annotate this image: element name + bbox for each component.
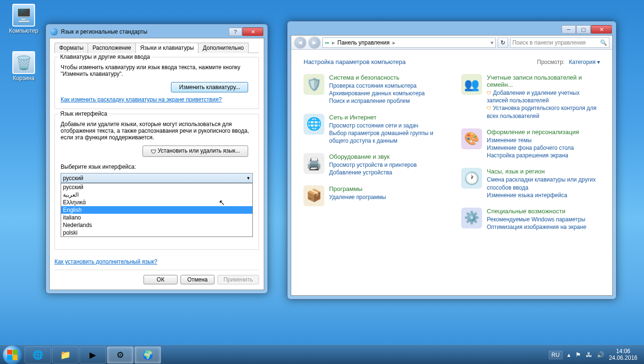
search-input[interactable]: Поиск в панели управления 🔍 xyxy=(510,37,609,48)
breadcrumb[interactable]: Панель управления xyxy=(338,39,390,46)
category-title[interactable]: Оборудование и звук xyxy=(329,153,417,160)
start-button[interactable] xyxy=(3,346,22,364)
shield-icon: 🛡 xyxy=(151,148,156,155)
tab-keyboards[interactable]: Языки и клавиатуры xyxy=(135,43,198,53)
language-option[interactable]: italiano xyxy=(61,214,252,221)
chevron-right-icon: ▸ xyxy=(332,39,335,46)
category-link[interactable]: Установка родительского контроля для все… xyxy=(487,104,600,119)
dialog-body: Форматы Расположение Языки и клавиатуры … xyxy=(49,38,264,290)
tray-network-icon[interactable]: 🖧 xyxy=(586,351,592,358)
category-link[interactable]: Удаление программы xyxy=(329,193,386,201)
taskbar-ie[interactable]: 🌐 xyxy=(25,346,51,364)
category-link[interactable]: Оптимизация изображения на экране xyxy=(487,223,586,231)
clock[interactable]: 14:06 24.06.2016 xyxy=(609,348,637,362)
taskbar-explorer[interactable]: 📁 xyxy=(52,346,79,364)
page-title: Настройка параметров компьютера xyxy=(304,58,406,65)
ok-button[interactable]: ОК xyxy=(143,275,178,284)
taskbar-media[interactable]: ▶ xyxy=(80,346,106,364)
category-link[interactable]: Настройка разрешения экрана xyxy=(487,152,579,159)
category-title[interactable]: Программы xyxy=(329,185,386,192)
titlebar[interactable]: Язык и региональные стандарты ? ✕ xyxy=(49,27,264,38)
group-keyboards: Клавиатуры и другие языки ввода Чтобы из… xyxy=(54,57,259,109)
help-button[interactable]: ? xyxy=(229,27,242,36)
category-icon: 🌐 xyxy=(304,114,324,135)
category: 🖨️Оборудование и звукПросмотр устройств … xyxy=(304,153,442,176)
address-bar[interactable]: ▪▪ ▸ Панель управления ▸ ▾ xyxy=(322,37,496,48)
category-title[interactable]: Учетные записи пользователей и семейн... xyxy=(487,74,600,88)
category: ⚙️Специальные возможностиРекомендуемые W… xyxy=(461,208,600,231)
language-option[interactable]: русский xyxy=(61,183,252,191)
tab-location[interactable]: Расположение xyxy=(88,43,136,53)
control-panel-body: Настройка параметров компьютера Просмотр… xyxy=(291,50,612,295)
category-link[interactable]: Изменение темы xyxy=(487,136,579,144)
link-welcome-screen-layout[interactable]: Как изменить раскладку клавиатуры на экр… xyxy=(61,96,222,103)
nav-back-button[interactable]: ◄ xyxy=(294,36,306,49)
choose-language-label: Выберите язык интерфейса: xyxy=(61,164,253,170)
taskbar-region[interactable]: 🌍 xyxy=(134,346,161,364)
desktop-icon-recycle[interactable]: 🗑️ Корзина xyxy=(6,51,42,82)
category-link[interactable]: Добавление устройства xyxy=(329,169,417,176)
view-switcher[interactable]: Просмотр: Категория ▾ xyxy=(537,59,600,65)
install-uninstall-language-button[interactable]: 🛡Установить или удалить язык... xyxy=(143,146,248,157)
category-icon: 👥 xyxy=(461,74,482,95)
globe-icon xyxy=(50,28,58,36)
tray-flag-icon[interactable]: ⚑ xyxy=(575,351,581,358)
combobox-value: русский xyxy=(63,175,83,182)
category: 👥Учетные записи пользователей и семейн..… xyxy=(461,74,600,120)
link-install-additional-language[interactable]: Как установить дополнительный язык? xyxy=(54,258,259,265)
chevron-down-icon: ▼ xyxy=(246,176,250,181)
tray-volume-icon[interactable]: 🔊 xyxy=(597,351,604,358)
nav-forward-button[interactable]: ► xyxy=(308,36,321,49)
tray-chevron-icon[interactable]: ▴ xyxy=(567,351,571,358)
category-link[interactable]: Изменение языка интерфейса xyxy=(487,191,600,199)
language-indicator[interactable]: RU xyxy=(549,351,563,359)
category-link[interactable]: Смена раскладки клавиатуры или других сп… xyxy=(487,176,600,191)
category-title[interactable]: Специальные возможности xyxy=(487,208,586,215)
language-combobox[interactable]: русский ▼ русскийالعربيةΕλληνικάEnglishi… xyxy=(61,173,253,183)
category-link[interactable]: Добавление и удаление учетных записей по… xyxy=(487,89,600,104)
category-link[interactable]: Рекомендуемые Windows параметры xyxy=(487,216,586,223)
refresh-button[interactable]: ↻ xyxy=(498,37,508,48)
category-link[interactable]: Изменение фона рабочего стола xyxy=(487,144,579,152)
category-icon: ⚙️ xyxy=(461,208,482,228)
category-title[interactable]: Оформление и персонализация xyxy=(487,128,579,136)
category: 🕐Часы, язык и регионСмена раскладки клав… xyxy=(461,168,600,199)
group-text: Добавьте или удалите языки, которые могу… xyxy=(61,121,253,141)
category: 🛡️Система и безопасностьПроверка состоян… xyxy=(304,74,442,105)
tab-advanced[interactable]: Дополнительно xyxy=(198,43,248,53)
category-link[interactable]: Выбор параметров домашней группы и общег… xyxy=(329,129,442,145)
tab-formats[interactable]: Форматы xyxy=(54,43,88,53)
language-option[interactable]: Nederlands xyxy=(61,221,252,229)
category: 📦ПрограммыУдаление программы xyxy=(304,185,442,206)
taskbar-control-panel[interactable]: ⚙ xyxy=(107,346,134,364)
category-title[interactable]: Система и безопасность xyxy=(329,74,425,81)
clock-time: 14:06 xyxy=(609,348,637,355)
language-option[interactable]: polski xyxy=(61,229,252,237)
chevron-down-icon[interactable]: ▾ xyxy=(491,39,493,46)
chevron-right-icon: ▸ xyxy=(393,39,395,46)
category-link[interactable]: Просмотр состояния сети и задач xyxy=(329,122,442,129)
cancel-button[interactable]: Отмена xyxy=(180,275,215,284)
language-option[interactable]: العربية xyxy=(61,191,252,199)
language-option[interactable]: Ελληνικά xyxy=(61,199,252,206)
category-link[interactable]: Поиск и исправление проблем xyxy=(329,97,425,105)
view-value[interactable]: Категория ▾ xyxy=(569,59,600,65)
category-link[interactable]: Просмотр устройств и принтеров xyxy=(329,161,417,169)
language-option[interactable]: English xyxy=(61,206,252,214)
category-icon: 🖨️ xyxy=(304,153,324,174)
close-button[interactable]: ✕ xyxy=(242,27,263,36)
control-panel-icon: ▪▪ xyxy=(325,39,329,46)
window-body: ◄ ► ▪▪ ▸ Панель управления ▸ ▾ ↻ Поиск в… xyxy=(291,35,613,296)
apply-button[interactable]: Применить xyxy=(217,275,259,284)
minimize-button[interactable]: ─ xyxy=(562,25,576,34)
category-link[interactable]: Проверка состояния компьютера xyxy=(329,82,425,90)
category-link[interactable]: Архивирование данных компьютера xyxy=(329,90,425,97)
category-title[interactable]: Сеть и Интернет xyxy=(329,114,442,121)
titlebar[interactable]: ─ ▢ ✕ xyxy=(291,25,613,35)
group-display-language: Язык интерфейса Добавьте или удалите язы… xyxy=(54,114,259,250)
maximize-button[interactable]: ▢ xyxy=(576,25,590,34)
close-button[interactable]: ✕ xyxy=(591,25,612,34)
change-keyboard-button[interactable]: Изменить клавиатуру... xyxy=(171,82,248,92)
category-title[interactable]: Часы, язык и регион xyxy=(487,168,600,175)
desktop-icon-computer[interactable]: 🖥️ Компьютер xyxy=(6,4,42,34)
